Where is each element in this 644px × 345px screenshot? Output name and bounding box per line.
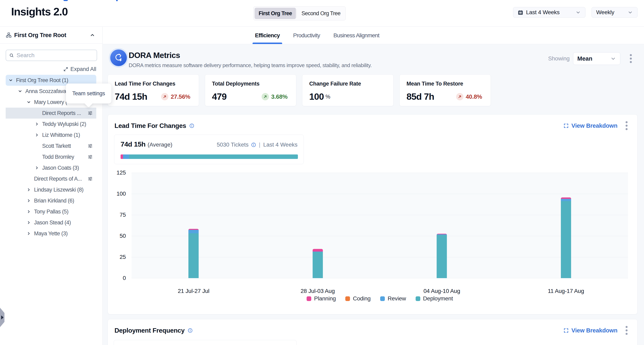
summary-qualifier: (Average) [148,142,172,148]
view-breakdown-button[interactable]: View Breakdown [564,327,618,334]
org-tree-icon [6,32,12,38]
legend-item-review[interactable]: Review [380,295,406,302]
chevron-down-icon [610,56,616,62]
tree-item-direct-reports[interactable]: Direct Reports ... [6,108,96,118]
cycle-arrows-icon [114,53,124,63]
metric-cards: Lead Time For Changes74d 15h27.56%Total … [108,74,491,106]
tree-item-label: Maya Yette (3) [34,230,68,237]
top-controls: Last 4 Weeks Weekly [513,7,638,18]
tree-item-label: Todd Bromley [42,154,74,160]
team-settings-icon[interactable] [88,144,92,148]
metric-unit: % [326,94,330,100]
chevron-right-icon [26,188,31,192]
tree-item-lindsay-liszewski-8[interactable]: Lindsay Liszewski (8) [6,184,96,195]
delta-badge: 40.8% [456,93,482,100]
bar-segment-planning [312,249,323,252]
legend-label: Coding [353,295,371,302]
progress-segment-deployment [129,154,298,159]
chevron-right-icon [26,231,31,236]
granularity-select[interactable]: Weekly [592,7,638,18]
drawer-toggle-handle[interactable] [0,308,4,327]
chevron-down-icon [8,78,13,82]
tree-item-label: Teddy Wylupski (2) [42,121,86,127]
org-tree-sidebar: First Org Tree Root Expand All First Org… [0,27,102,345]
legend-label: Planning [314,295,336,302]
lead-time-summary: 74d 15h (Average) 5030 Tickets | Last 4 … [114,134,304,164]
gridline [132,257,628,257]
bar-21-jul-27-jul[interactable] [188,229,199,278]
expand-corners-icon [564,328,568,333]
bar-segment-deployment [188,233,199,278]
expand-diagonal-icon [63,67,68,72]
tree-item-label: Jason Stead (4) [34,220,71,226]
tree-item-label: Mary Lowery ( [34,99,67,106]
deployment-frequency-menu-kebab-icon[interactable] [626,326,628,335]
metric-title: Mean Time To Restore [406,81,484,87]
metric-title: Lead Time For Changes [115,81,192,87]
progress-segment-planning [120,154,123,159]
date-range-select[interactable]: Last 4 Weeks [513,7,586,18]
content-area: DORA Metrics DORA metrics measure softwa… [103,44,644,345]
chevron-down-icon [628,10,633,15]
dora-section-title: DORA Metrics [129,51,180,60]
info-icon[interactable] [251,142,256,147]
tree-item-brian-kirkland-6[interactable]: Brian Kirkland (6) [6,195,96,206]
gridline [132,236,628,236]
chevron-right-icon [35,133,39,137]
org-tree-toggle-second[interactable]: Second Org Tree [298,8,344,19]
bar-segment-deployment [561,201,571,278]
metric-title: Total Deployments [212,81,289,87]
sidebar-title: First Org Tree Root [14,32,66,38]
info-icon[interactable] [189,123,194,128]
tree-item-label: Anna Scozzafava [25,88,66,94]
tab-bar: EfficiencyProductivityBusiness Alignment [103,27,644,44]
bar-28-jul-03-aug[interactable] [312,249,323,278]
bar-11-aug-17-aug[interactable] [561,198,571,278]
tree-item-label: Scott Tarkett [42,143,71,149]
org-tree-toggle-first[interactable]: First Org Tree [254,8,296,19]
tree-item-tony-pallas-5[interactable]: Tony Pallas (5) [6,206,96,217]
x-axis-label: 04 Aug-10 Aug [424,288,460,294]
tab-productivity[interactable]: Productivity [291,27,322,44]
legend-item-planning[interactable]: Planning [306,295,336,302]
view-breakdown-label: View Breakdown [572,327,618,334]
dora-menu-kebab-icon[interactable] [630,54,632,63]
tab-efficiency[interactable]: Efficiency [252,27,282,44]
team-settings-icon[interactable] [88,154,92,159]
tree-item-jason-coats-3[interactable]: Jason Coats (3) [6,162,96,173]
chevron-right-icon [26,198,31,203]
info-icon[interactable] [188,328,193,333]
search-input[interactable] [16,52,94,58]
lead-time-card: Lead Time For Changes View Breakdown 74d… [108,114,638,314]
tab-business-alignment[interactable]: Business Alignment [331,27,382,44]
tree-item-liz-whittome-1[interactable]: Liz Whittome (1) [6,130,96,140]
tree-item-teddy-wylupski-2[interactable]: Teddy Wylupski (2) [6,118,96,130]
tree-item-jason-stead-4[interactable]: Jason Stead (4) [6,217,96,228]
y-axis-tick: 50 [120,233,126,239]
tree-item-maya-yette-3[interactable]: Maya Yette (3) [6,228,96,239]
showing-select[interactable]: Mean [573,52,620,65]
lead-time-menu-kebab-icon[interactable] [626,121,628,130]
view-breakdown-button[interactable]: View Breakdown [564,122,618,129]
tree-item-todd-bromley[interactable]: Todd Bromley [6,152,96,162]
legend-item-coding[interactable]: Coding [345,295,371,302]
metric-title: Change Failure Rate [309,81,386,87]
bar-04-aug-10-aug[interactable] [437,234,447,278]
team-settings-icon[interactable] [88,111,92,116]
expand-all-button[interactable]: Expand All [0,66,96,72]
bar-segment-review [188,230,199,233]
top-bar: Insights 2.0 First Org Tree Second Org T… [0,0,644,26]
tree-item-direct-reports-of-a[interactable]: Direct Reports of A... [6,173,96,184]
metric-value: 100 [309,92,324,102]
calendar-icon [518,10,523,15]
chart-legend: PlanningCodingReviewDeployment [306,295,453,302]
team-settings-icon[interactable] [88,176,92,181]
tree-item-scott-tarkett[interactable]: Scott Tarkett [6,140,96,152]
y-axis-tick: 25 [120,254,126,260]
separator: | [259,142,260,148]
legend-item-deployment[interactable]: Deployment [416,295,453,302]
insights-dashboard: Insights 2.0 First Org Tree Second Org T… [0,0,644,345]
gridline [132,194,628,194]
deployment-frequency-title: Deployment Frequency [114,327,184,334]
chevron-up-icon[interactable] [90,32,95,38]
